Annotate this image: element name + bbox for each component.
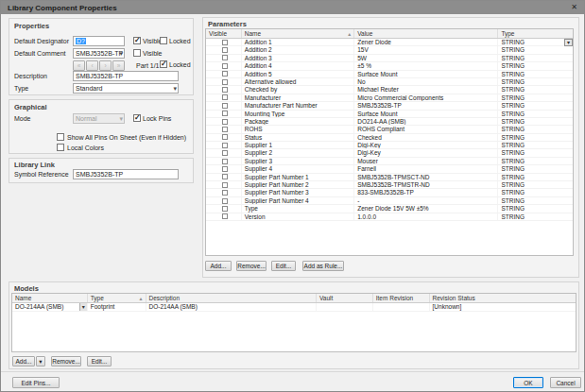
description-field[interactable]: SMBJ5352B-TP <box>73 71 179 81</box>
parameter-type-cell: STRING <box>498 62 573 69</box>
parameters-remove-button[interactable]: Remove... <box>236 261 267 271</box>
parameter-visible-checkbox[interactable] <box>222 143 228 148</box>
previous-part-button[interactable]: ‹ <box>86 60 98 71</box>
part-locked-checkbox[interactable] <box>160 60 167 68</box>
parameter-row[interactable]: Status Checked STRING <box>206 134 573 142</box>
parameter-visible-checkbox[interactable] <box>222 55 228 60</box>
edit-pins-button[interactable]: Edit Pins... <box>12 377 60 388</box>
default-comment-combo[interactable]: SMBJ5352B-TP▾ <box>73 48 125 59</box>
column-header-model-type-label: Type <box>91 295 104 301</box>
parameter-visible-cell <box>206 71 242 77</box>
local-colors-checkbox[interactable] <box>57 144 64 151</box>
parameter-visible-checkbox[interactable] <box>222 134 228 140</box>
parameter-visible-checkbox[interactable] <box>222 103 228 109</box>
column-header-visible[interactable]: Visible <box>206 29 242 38</box>
column-header-type[interactable]: Type <box>498 29 573 38</box>
parameter-row[interactable]: Manufacturer Part Number SMBJ5352B-TP ST… <box>206 102 573 110</box>
designator-visible-checkbox[interactable] <box>133 37 141 44</box>
parameter-row[interactable]: Addition 5 Surface Mount STRING <box>206 71 573 78</box>
parameter-visible-checkbox[interactable] <box>222 166 228 172</box>
parameter-visible-checkbox[interactable] <box>222 40 228 45</box>
default-comment-label: Default Comment <box>14 50 65 57</box>
parameter-visible-checkbox[interactable] <box>222 174 228 179</box>
comment-visible-checkbox[interactable] <box>133 49 141 57</box>
parameter-row[interactable]: Alternative allowed No STRING <box>206 78 573 86</box>
mode-value: Normal <box>76 115 97 122</box>
parameter-visible-cell <box>206 94 242 101</box>
parameters-edit-button[interactable]: Edit... <box>271 261 296 271</box>
parameter-row[interactable]: Supplier 2 Digi-Key STRING <box>206 149 573 157</box>
next-part-button[interactable]: › <box>99 60 112 71</box>
parameter-type-cell: STRING <box>498 181 573 188</box>
ok-button[interactable]: OK <box>513 377 543 388</box>
column-header-model-description[interactable]: Description <box>146 294 317 302</box>
parameter-visible-checkbox[interactable] <box>222 71 228 77</box>
parameter-row[interactable]: Supplier 1 Digi-Key STRING <box>206 142 573 149</box>
cancel-button[interactable]: Cancel <box>550 377 581 388</box>
mode-combo[interactable]: Normal▾ <box>73 113 125 124</box>
column-header-name[interactable]: Name▲ <box>242 29 354 38</box>
parameter-value-cell: SMBJ5352B-TP <box>354 102 498 109</box>
parameter-row[interactable]: Supplier Part Number 1 SMBJ5352B-TPMSCT-… <box>206 174 573 181</box>
parameter-visible-checkbox[interactable] <box>222 159 228 164</box>
parameter-visible-checkbox[interactable] <box>222 182 228 188</box>
last-part-button[interactable]: » <box>112 60 125 71</box>
parameter-visible-checkbox[interactable] <box>222 150 228 156</box>
symbol-reference-field[interactable]: SMBJ5352B-TP <box>73 169 179 179</box>
parameter-row[interactable]: Manufacturer Micro Commercial Components… <box>206 94 573 102</box>
parameter-visible-cell <box>206 111 242 117</box>
chevron-down-icon[interactable]: ▾ <box>173 84 177 93</box>
parameter-visible-checkbox[interactable] <box>222 47 228 53</box>
lock-pins-checkbox[interactable] <box>133 114 141 122</box>
parameter-visible-checkbox[interactable] <box>222 198 228 204</box>
column-header-value[interactable]: Value <box>354 29 498 38</box>
parameter-visible-checkbox[interactable] <box>222 87 228 93</box>
model-name-dropdown-icon[interactable]: ▾ <box>79 303 87 311</box>
parameter-row[interactable]: Addition 1 Zener Diode STRING <box>206 39 573 46</box>
models-remove-button[interactable]: Remove... <box>51 356 81 366</box>
parameters-add-button[interactable]: Add... <box>205 261 232 271</box>
parameter-row[interactable]: Package DO214-AA (SMB) STRING <box>206 118 573 126</box>
parameter-visible-checkbox[interactable] <box>222 94 228 100</box>
parameter-visible-checkbox[interactable] <box>222 63 228 69</box>
column-header-vault[interactable]: Vault <box>317 294 373 302</box>
parameter-visible-checkbox[interactable] <box>222 213 228 219</box>
parameter-visible-checkbox[interactable] <box>222 79 228 85</box>
models-edit-button[interactable]: Edit... <box>87 356 112 366</box>
parameter-row[interactable]: Supplier 3 Mouser STRING <box>206 158 573 165</box>
parameter-row[interactable]: Addition 3 5W STRING <box>206 55 573 62</box>
close-icon[interactable]: ✕ <box>571 4 577 11</box>
show-all-pins-checkbox[interactable] <box>57 133 64 141</box>
first-part-button[interactable]: « <box>73 60 85 71</box>
parameter-visible-checkbox[interactable] <box>222 190 228 196</box>
parameter-row[interactable]: Version 1.0.0.0 STRING <box>206 213 573 221</box>
parameter-row[interactable]: Addition 4 ±5 % STRING <box>206 62 573 70</box>
parameter-row[interactable]: ROHS ROHS Compliant STRING <box>206 126 573 133</box>
parameter-visible-checkbox[interactable] <box>222 127 228 132</box>
parameter-row[interactable]: Addition 2 15V STRING <box>206 46 573 54</box>
parameter-visible-checkbox[interactable] <box>222 119 228 125</box>
type-cell-dropdown-button[interactable]: ▾ <box>564 39 573 46</box>
parameter-row[interactable]: Type Zener Diode 15V 5W ±5% STRING <box>206 205 573 213</box>
chevron-down-icon[interactable]: ▾ <box>119 49 123 58</box>
designator-locked-checkbox[interactable] <box>160 37 167 44</box>
models-add-dropdown-icon[interactable]: ▾ <box>36 356 45 366</box>
column-header-item-revision[interactable]: Item Revision <box>373 294 430 302</box>
column-header-model-type[interactable]: Type▲ <box>88 294 146 302</box>
column-header-model-name[interactable]: Name <box>12 294 88 302</box>
parameter-row[interactable]: Supplier Part Number 2 SMBJ5352B-TPMSTR-… <box>206 181 573 189</box>
parameter-visible-checkbox[interactable] <box>222 111 228 116</box>
parameter-row[interactable]: Supplier 4 Farnell STRING <box>206 165 573 173</box>
parameter-row[interactable]: Supplier Part Number 4 - STRING <box>206 197 573 205</box>
parameter-row[interactable]: Supplier Part Number 3 833-SMBJ5352B-TP … <box>206 189 573 196</box>
parameter-row[interactable]: Mounting Type Surface Mount STRING <box>206 111 573 118</box>
models-add-button[interactable]: Add... <box>12 356 35 366</box>
type-combo[interactable]: Standard▾ <box>73 83 179 94</box>
column-header-revision-status[interactable]: Revision Status <box>430 294 576 302</box>
model-row[interactable]: DO-214AA (SMB)▾ Footprint DO-214AA (SMB)… <box>12 303 576 312</box>
parameter-visible-checkbox[interactable] <box>222 206 228 212</box>
default-comment-value: SMBJ5352B-TP <box>76 50 123 57</box>
parameter-row[interactable]: Checked by Michael Reuter STRING <box>206 86 573 94</box>
add-as-rule-button[interactable]: Add as Rule... <box>302 261 344 271</box>
default-designator-field[interactable]: D? <box>73 36 125 46</box>
